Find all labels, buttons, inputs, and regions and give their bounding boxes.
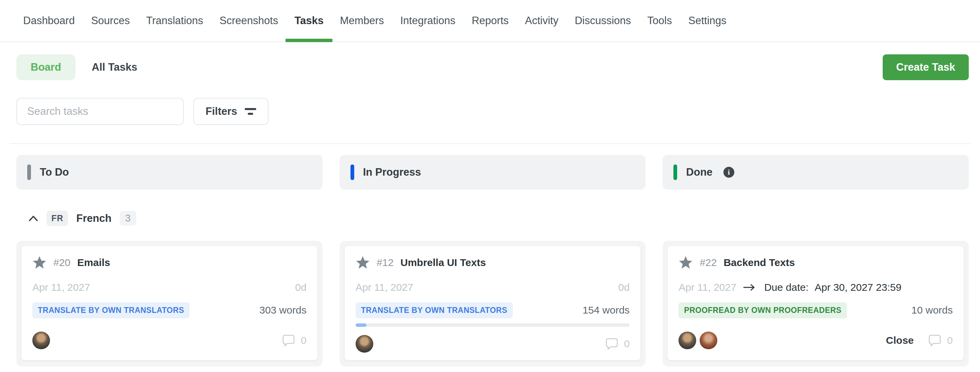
- card-title-row: #20 Emails: [32, 255, 307, 270]
- task-count-badge: 3: [120, 211, 136, 226]
- task-title: Backend Texts: [724, 257, 795, 268]
- section-divider: [10, 143, 970, 144]
- tab-board[interactable]: Board: [16, 54, 76, 80]
- star-icon[interactable]: [32, 255, 47, 270]
- card-title-row: #22 Backend Texts: [679, 255, 953, 270]
- language-group-row: FR French 3: [0, 211, 980, 226]
- tab-all-tasks[interactable]: All Tasks: [92, 61, 137, 73]
- nav-item-integrations[interactable]: Integrations: [400, 0, 455, 41]
- avatar[interactable]: [356, 335, 373, 353]
- card-badge-row: TRANSLATE BY OWN TRANSLATORS 303 words: [32, 302, 307, 318]
- board-lanes: #20 Emails Apr 11, 2027 0d TRANSLATE BY …: [0, 241, 980, 367]
- done-marker: [673, 165, 677, 180]
- card-footer: 0: [32, 332, 307, 349]
- task-days-left: 0d: [618, 282, 630, 293]
- board-column-headers: To Do In Progress Done i: [0, 155, 980, 190]
- comment-count: 0: [624, 338, 630, 350]
- avatar[interactable]: [679, 332, 696, 349]
- card-footer: 0: [356, 335, 630, 353]
- avatar[interactable]: [32, 332, 50, 349]
- task-id: #12: [377, 257, 394, 268]
- top-navigation: Dashboard Sources Translations Screensho…: [0, 0, 980, 42]
- task-type-badge: TRANSLATE BY OWN TRANSLATORS: [32, 302, 189, 318]
- close-task-link[interactable]: Close: [886, 335, 914, 346]
- task-card[interactable]: #20 Emails Apr 11, 2027 0d TRANSLATE BY …: [21, 245, 318, 361]
- column-label: Done: [686, 166, 713, 178]
- task-type-badge: PROOFREAD BY OWN PROOFREADERS: [679, 302, 847, 318]
- language-name: French: [76, 212, 111, 225]
- task-card[interactable]: #22 Backend Texts Apr 11, 2027 Due date:…: [667, 245, 964, 361]
- due-date-value: Apr 30, 2027 23:59: [815, 282, 901, 293]
- language-code-badge: FR: [47, 211, 68, 226]
- column-header-todo[interactable]: To Do: [16, 155, 323, 190]
- star-icon[interactable]: [356, 255, 370, 270]
- nav-item-tools[interactable]: Tools: [647, 0, 672, 41]
- progress-bar: [356, 323, 630, 327]
- word-count: 154 words: [582, 304, 630, 316]
- search-row: Filters: [0, 98, 980, 125]
- column-header-in-progress[interactable]: In Progress: [340, 155, 646, 190]
- card-footer: Close 0: [679, 332, 953, 349]
- task-date: Apr 11, 2027: [32, 282, 90, 293]
- comment-count: 0: [947, 335, 953, 346]
- info-icon[interactable]: i: [724, 167, 734, 178]
- nav-item-discussions[interactable]: Discussions: [575, 0, 631, 41]
- column-label: To Do: [40, 166, 69, 178]
- chevron-up-icon[interactable]: [28, 215, 38, 222]
- view-toolbar: Board All Tasks Create Task: [0, 54, 980, 80]
- nav-item-sources[interactable]: Sources: [91, 0, 130, 41]
- task-days-left: 0d: [295, 282, 306, 293]
- filters-button-label: Filters: [205, 105, 237, 117]
- task-date: Apr 11, 2027: [356, 282, 414, 293]
- word-count: 303 words: [259, 304, 306, 316]
- task-card[interactable]: #12 Umbrella UI Texts Apr 11, 2027 0d TR…: [344, 245, 641, 361]
- create-task-button[interactable]: Create Task: [883, 54, 969, 80]
- in-progress-marker: [350, 165, 354, 180]
- column-label: In Progress: [363, 166, 421, 178]
- nav-item-settings[interactable]: Settings: [688, 0, 727, 41]
- card-badge-row: PROOFREAD BY OWN PROOFREADERS 10 words: [679, 302, 953, 318]
- card-title-row: #12 Umbrella UI Texts: [356, 255, 630, 270]
- assignee-avatars: [679, 332, 717, 349]
- task-title: Umbrella UI Texts: [401, 257, 486, 268]
- card-date-row: Apr 11, 2027 0d: [356, 282, 630, 293]
- lane-done: #22 Backend Texts Apr 11, 2027 Due date:…: [662, 241, 969, 367]
- comment-icon[interactable]: [282, 334, 295, 347]
- assignee-avatars: [32, 332, 50, 349]
- nav-item-dashboard[interactable]: Dashboard: [23, 0, 75, 41]
- comment-icon[interactable]: [605, 337, 619, 351]
- comment-count: 0: [301, 335, 307, 346]
- lane-todo: #20 Emails Apr 11, 2027 0d TRANSLATE BY …: [16, 241, 323, 367]
- todo-marker: [27, 165, 31, 180]
- task-id: #20: [53, 257, 70, 268]
- comment-icon[interactable]: [928, 334, 942, 347]
- nav-item-translations[interactable]: Translations: [146, 0, 203, 41]
- nav-item-members[interactable]: Members: [340, 0, 384, 41]
- nav-item-activity[interactable]: Activity: [525, 0, 558, 41]
- word-count: 10 words: [911, 304, 953, 316]
- card-date-row: Apr 11, 2027 0d: [32, 282, 307, 293]
- due-date-label: Due date:: [764, 282, 808, 293]
- card-badge-row: TRANSLATE BY OWN TRANSLATORS 154 words: [356, 302, 630, 318]
- nav-item-tasks[interactable]: Tasks: [294, 0, 324, 41]
- avatar[interactable]: [700, 332, 717, 349]
- filter-icon: [245, 108, 256, 115]
- column-header-done[interactable]: Done i: [662, 155, 969, 190]
- nav-item-screenshots[interactable]: Screenshots: [220, 0, 278, 41]
- task-type-badge: TRANSLATE BY OWN TRANSLATORS: [356, 302, 513, 318]
- nav-item-reports[interactable]: Reports: [472, 0, 509, 41]
- card-date-row: Apr 11, 2027 Due date: Apr 30, 2027 23:5…: [679, 282, 953, 293]
- progress-fill: [356, 323, 366, 327]
- task-title: Emails: [77, 257, 110, 268]
- task-id: #22: [700, 257, 717, 268]
- search-input[interactable]: [16, 98, 184, 125]
- task-date: Apr 11, 2027: [679, 282, 737, 293]
- star-icon[interactable]: [679, 255, 693, 270]
- filters-button[interactable]: Filters: [193, 98, 269, 125]
- assignee-avatars: [356, 335, 373, 353]
- lane-in-progress: #12 Umbrella UI Texts Apr 11, 2027 0d TR…: [340, 241, 646, 367]
- arrow-right-icon: [743, 283, 756, 292]
